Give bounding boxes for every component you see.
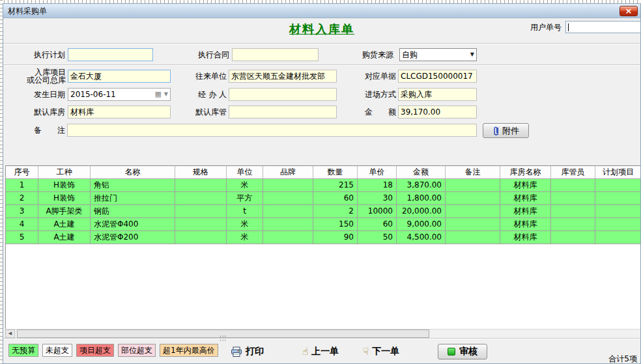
table-cell[interactable] xyxy=(175,179,227,191)
table-cell[interactable] xyxy=(551,192,595,204)
table-cell[interactable] xyxy=(551,231,595,244)
table-cell[interactable]: A土建 xyxy=(38,218,91,231)
column-header-7[interactable]: 数量 xyxy=(313,166,358,178)
scroll-left-button[interactable]: ◀ xyxy=(5,329,15,338)
purchase-source-select[interactable]: 自购 ▼ xyxy=(399,48,477,61)
supplier-input[interactable]: 东营区天顺五金建材批发部 xyxy=(229,70,337,83)
prev-doc-button[interactable]: ☝ 上一单 xyxy=(302,344,339,359)
table-cell[interactable]: 50 xyxy=(358,231,397,244)
warehouse-input[interactable]: 材料库 xyxy=(68,105,171,119)
table-cell[interactable] xyxy=(446,218,500,231)
table-row[interactable]: 5A土建水泥管Φ200米90504,500.00材料库 xyxy=(6,231,640,244)
handler-input[interactable] xyxy=(229,88,337,101)
column-header-13[interactable]: 计划项目 xyxy=(595,166,640,178)
remark-input[interactable] xyxy=(67,124,477,137)
table-cell[interactable] xyxy=(175,205,227,217)
table-cell[interactable] xyxy=(175,192,227,204)
next-doc-button[interactable]: ☟ 下一单 xyxy=(363,344,399,359)
table-cell[interactable] xyxy=(263,231,313,244)
column-header-11[interactable]: 库房名称 xyxy=(500,166,551,178)
column-header-3[interactable]: 名称 xyxy=(91,166,175,178)
table-cell[interactable] xyxy=(446,205,500,217)
table-row[interactable]: 3A脚手架类钢筋t21000020,000.00材料库 xyxy=(6,205,640,218)
date-dropdown-arrow-icon[interactable]: ▼ xyxy=(163,89,168,100)
table-cell[interactable]: 1 xyxy=(6,179,38,191)
table-cell[interactable] xyxy=(175,231,227,244)
table-cell[interactable]: 米 xyxy=(227,179,263,191)
table-cell[interactable]: 18 xyxy=(358,179,397,191)
table-cell[interactable]: 90 xyxy=(313,231,358,244)
table-cell[interactable] xyxy=(263,192,313,204)
amount-input[interactable]: 39,170.00 xyxy=(398,105,477,119)
table-cell[interactable]: 平方 xyxy=(227,192,263,204)
table-cell[interactable] xyxy=(446,179,500,191)
table-cell[interactable] xyxy=(595,205,640,217)
horizontal-scrollbar[interactable]: ◀ ||| xyxy=(5,329,640,337)
table-cell[interactable] xyxy=(446,231,500,244)
table-cell[interactable]: 材料库 xyxy=(500,218,551,231)
table-cell[interactable]: 10000 xyxy=(358,205,397,217)
table-cell[interactable]: 9,000.00 xyxy=(397,218,446,231)
table-row[interactable]: 4A土建水泥管Φ400米150609,000.00材料库 xyxy=(6,218,640,231)
table-cell[interactable]: 60 xyxy=(313,192,358,204)
table-cell[interactable] xyxy=(595,218,640,231)
column-header-10[interactable]: 备注 xyxy=(446,166,500,178)
table-cell[interactable] xyxy=(175,218,227,231)
print-button[interactable]: 打印 xyxy=(231,344,264,359)
column-header-8[interactable]: 单价 xyxy=(358,166,397,178)
table-cell[interactable] xyxy=(446,192,500,204)
column-header-4[interactable]: 规格 xyxy=(175,166,227,178)
table-cell[interactable]: 材料库 xyxy=(500,192,551,204)
table-cell[interactable] xyxy=(551,179,595,191)
calendar-icon[interactable]: ▦ xyxy=(154,89,162,100)
ref-doc-input[interactable]: CLCGD150000017 xyxy=(398,70,477,83)
table-cell[interactable] xyxy=(551,218,595,231)
column-header-12[interactable]: 库管员 xyxy=(551,166,595,178)
table-cell[interactable]: 角铝 xyxy=(91,179,175,191)
table-cell[interactable]: 材料库 xyxy=(500,231,551,244)
entry-mode-input[interactable]: 采购入库 xyxy=(398,88,477,101)
audit-button[interactable]: 审核 xyxy=(438,344,487,359)
user-no-input[interactable] xyxy=(565,21,641,33)
table-cell[interactable]: 20,000.00 xyxy=(397,205,446,217)
table-cell[interactable]: H装饰 xyxy=(38,179,91,191)
table-cell[interactable] xyxy=(263,179,313,191)
table-cell[interactable]: 2 xyxy=(313,205,358,217)
table-cell[interactable]: 推拉门 xyxy=(91,192,175,204)
project-input[interactable]: 金石大厦 xyxy=(68,70,171,83)
table-cell[interactable]: 3,870.00 xyxy=(397,179,446,191)
table-row[interactable]: 2H装饰推拉门平方60301,800.00材料库 xyxy=(6,192,640,205)
scrollbar-thumb[interactable]: ||| xyxy=(17,329,429,338)
exec-plan-input[interactable] xyxy=(68,48,153,61)
table-cell[interactable]: 材料库 xyxy=(500,179,551,191)
table-cell[interactable]: 5 xyxy=(6,231,38,244)
table-cell[interactable]: 150 xyxy=(313,218,358,231)
attachment-button[interactable]: 附件 xyxy=(483,123,529,138)
table-cell[interactable]: 米 xyxy=(227,231,263,244)
table-cell[interactable] xyxy=(595,179,640,191)
table-cell[interactable]: 材料库 xyxy=(500,205,551,217)
column-header-6[interactable]: 品牌 xyxy=(263,166,313,178)
column-header-1[interactable]: 序号 xyxy=(6,166,38,178)
table-cell[interactable]: 米 xyxy=(227,218,263,231)
keeper-input[interactable] xyxy=(229,105,337,119)
date-input[interactable]: 2015-06-11 ▦ ▼ xyxy=(68,88,171,101)
table-cell[interactable]: t xyxy=(227,205,263,217)
table-cell[interactable] xyxy=(551,205,595,217)
table-cell[interactable]: 2 xyxy=(6,192,38,204)
close-button[interactable]: × xyxy=(620,6,638,16)
table-cell[interactable] xyxy=(263,205,313,217)
table-cell[interactable]: 215 xyxy=(313,179,358,191)
table-cell[interactable]: H装饰 xyxy=(38,192,91,204)
table-cell[interactable]: 30 xyxy=(358,192,397,204)
table-cell[interactable]: A土建 xyxy=(38,231,91,244)
table-cell[interactable]: A脚手架类 xyxy=(38,205,91,217)
table-cell[interactable]: 3 xyxy=(6,205,38,217)
column-header-5[interactable]: 单位 xyxy=(227,166,263,178)
table-cell[interactable] xyxy=(595,192,640,204)
exec-contract-input[interactable] xyxy=(232,48,319,61)
table-cell[interactable]: 60 xyxy=(358,218,397,231)
column-header-2[interactable]: 工种 xyxy=(38,166,91,178)
table-cell[interactable]: 水泥管Φ200 xyxy=(91,231,175,244)
table-cell[interactable]: 4,500.00 xyxy=(397,231,446,244)
